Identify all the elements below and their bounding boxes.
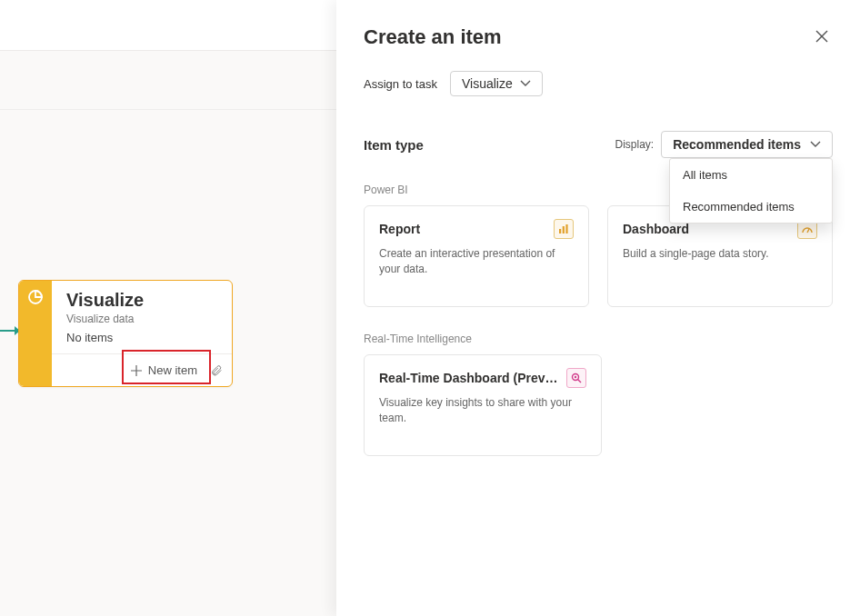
- chevron-down-icon: [520, 80, 531, 87]
- item-type-heading: Item type: [364, 137, 424, 153]
- piechart-icon: [26, 288, 45, 306]
- svg-rect-7: [559, 229, 561, 233]
- display-select-value: Recommended items: [673, 137, 801, 152]
- task-card-items: No items: [66, 331, 217, 344]
- dropdown-option-recommended-items[interactable]: Recommended items: [670, 191, 832, 223]
- group-heading-rti: Real-Time Intelligence: [364, 333, 833, 345]
- task-accent: [19, 281, 52, 386]
- item-card-description: Build a single-page data story.: [623, 246, 817, 262]
- svg-line-12: [578, 380, 582, 383]
- canvas-background: Visualize Visualize data No items New it…: [0, 0, 336, 616]
- barchart-icon: [554, 219, 574, 239]
- close-icon: [815, 29, 829, 44]
- assign-to-task-label: Assign to task: [364, 77, 437, 91]
- item-card-realtime-dashboard[interactable]: Real-Time Dashboard (Previ… Visualize ke…: [364, 354, 602, 456]
- svg-rect-8: [563, 226, 565, 233]
- attachment-icon[interactable]: [210, 364, 223, 377]
- item-card-title: Report: [379, 222, 420, 236]
- task-select[interactable]: Visualize: [450, 71, 543, 96]
- new-item-button[interactable]: New item: [125, 360, 203, 381]
- task-card-subtitle: Visualize data: [66, 313, 217, 325]
- connector-arrow-icon: [0, 325, 20, 336]
- svg-rect-9: [565, 224, 567, 233]
- plus-icon: [130, 364, 143, 377]
- chevron-down-icon: [810, 141, 821, 148]
- item-card-title: Dashboard: [623, 222, 689, 236]
- new-item-label: New item: [148, 363, 197, 377]
- realtime-icon: [566, 368, 586, 388]
- dropdown-option-all-items[interactable]: All items: [670, 159, 832, 191]
- task-select-value: Visualize: [462, 76, 513, 91]
- create-item-panel: Create an item Assign to task Visualize …: [336, 0, 860, 616]
- svg-line-10: [807, 229, 809, 233]
- task-card-title: Visualize: [66, 290, 217, 311]
- svg-point-13: [575, 376, 576, 378]
- close-button[interactable]: [811, 25, 833, 47]
- panel-title: Create an item: [364, 25, 502, 49]
- display-dropdown-menu: All items Recommended items: [669, 158, 833, 224]
- item-card-description: Visualize key insights to share with you…: [379, 395, 586, 426]
- canvas-topbar: [0, 0, 336, 51]
- display-select[interactable]: Recommended items: [661, 131, 833, 158]
- item-card-report[interactable]: Report Create an interactive presentatio…: [364, 205, 589, 307]
- item-card-description: Create an interactive presentation of yo…: [379, 246, 574, 277]
- display-label: Display:: [615, 138, 654, 151]
- task-card-visualize[interactable]: Visualize Visualize data No items New it…: [18, 280, 233, 387]
- item-card-title: Real-Time Dashboard (Previ…: [379, 371, 559, 385]
- divider: [0, 109, 336, 110]
